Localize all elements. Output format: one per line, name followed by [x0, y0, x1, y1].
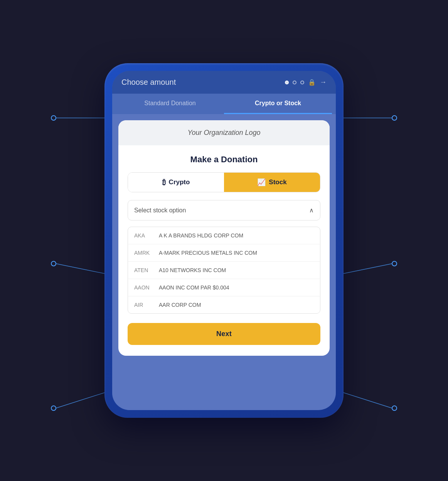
- svg-point-8: [392, 261, 397, 266]
- chevron-up-icon: ∧: [309, 207, 314, 214]
- logo-area: Your Organization Logo: [118, 120, 330, 145]
- svg-point-4: [51, 406, 56, 410]
- card-title: Make a Donation: [128, 155, 320, 165]
- stock-name: A K A BRANDS HLDG CORP COM: [159, 232, 243, 239]
- top-bar: Choose amount 🔒 →: [112, 71, 336, 94]
- crypto-btn-label: Crypto: [169, 178, 190, 186]
- stock-name: A-MARK PRECIOUS METALS INC COM: [159, 250, 257, 256]
- phone-screen: Choose amount 🔒 → Standard Donation Cryp…: [112, 71, 336, 410]
- dropdown-placeholder: Select stock option: [134, 207, 186, 214]
- list-item[interactable]: AMRK A-MARK PRECIOUS METALS INC COM: [128, 244, 320, 262]
- stock-ticker: AIR: [134, 302, 153, 308]
- stock-button[interactable]: 📈 Stock: [224, 173, 320, 192]
- svg-line-5: [56, 391, 110, 408]
- stock-name: AAR CORP COM: [159, 302, 201, 308]
- next-button[interactable]: Next: [128, 323, 320, 345]
- list-item[interactable]: ATEN A10 NETWORKS INC COM: [128, 262, 320, 279]
- forward-arrow-icon: →: [320, 78, 327, 86]
- stock-ticker: AMRK: [134, 250, 153, 256]
- card-body: Make a Donation ₿ Crypto 📈 Stock: [118, 145, 330, 356]
- svg-point-0: [51, 116, 56, 120]
- donation-card: Your Organization Logo Make a Donation ₿…: [118, 120, 330, 356]
- tab-crypto-or-stock[interactable]: Crypto or Stock: [224, 94, 332, 114]
- list-item[interactable]: AIR AAR CORP COM: [128, 296, 320, 313]
- crypto-button[interactable]: ₿ Crypto: [128, 173, 224, 192]
- nav-dot-3: [300, 81, 304, 84]
- main-content-area: Your Organization Logo Make a Donation ₿…: [112, 114, 336, 410]
- nav-dot-2: [293, 81, 296, 84]
- donation-type-toggle: ₿ Crypto 📈 Stock: [128, 172, 320, 192]
- svg-point-6: [392, 116, 397, 120]
- svg-point-10: [392, 406, 397, 410]
- nav-dot-1: [285, 81, 289, 84]
- stock-ticker: AAON: [134, 284, 153, 291]
- org-logo-text: Your Organization Logo: [187, 129, 260, 136]
- stock-ticker: AKA: [134, 232, 153, 239]
- lock-icon: 🔒: [308, 79, 316, 86]
- list-item[interactable]: AAON AAON INC COM PAR $0.004: [128, 279, 320, 296]
- list-item[interactable]: AKA A K A BRANDS HLDG CORP COM: [128, 227, 320, 244]
- stock-name: AAON INC COM PAR $0.004: [159, 284, 229, 291]
- bitcoin-icon: ₿: [162, 178, 166, 187]
- navigation-bar: 🔒 →: [285, 78, 327, 86]
- stock-dropdown[interactable]: Select stock option ∧: [128, 200, 320, 220]
- svg-point-2: [51, 261, 56, 266]
- tabs-bar: Standard Donation Crypto or Stock: [112, 94, 336, 114]
- stock-btn-label: Stock: [269, 178, 286, 186]
- tab-standard-donation[interactable]: Standard Donation: [116, 94, 224, 114]
- stock-list: AKA A K A BRANDS HLDG CORP COM AMRK A-MA…: [128, 227, 320, 314]
- stock-ticker: ATEN: [134, 267, 153, 273]
- svg-line-11: [338, 391, 392, 408]
- phone-shell: Choose amount 🔒 → Standard Donation Cryp…: [104, 63, 344, 418]
- chart-icon: 📈: [257, 178, 266, 187]
- stock-name: A10 NETWORKS INC COM: [159, 267, 226, 273]
- page-title: Choose amount: [121, 78, 176, 87]
